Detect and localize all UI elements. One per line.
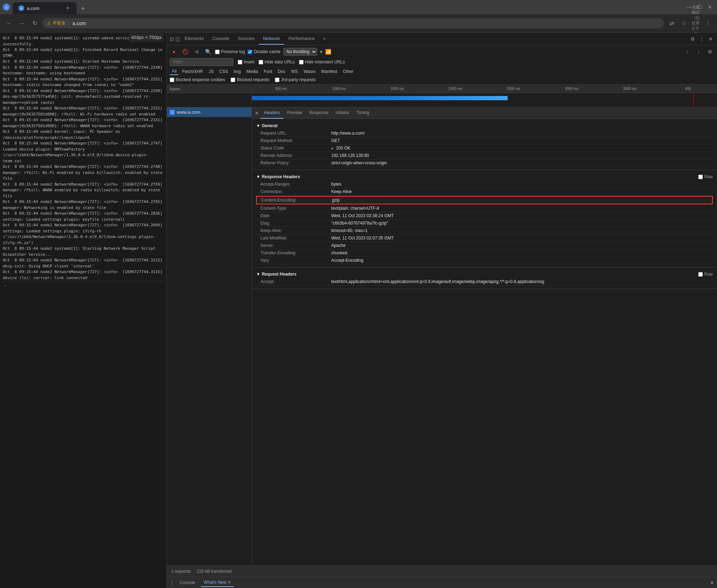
- hide-extension-urls-checkbox[interactable]: Hide extension URLs: [299, 60, 345, 64]
- details-tab-timing[interactable]: Timing: [353, 107, 373, 119]
- blocked-requests-checkbox[interactable]: Blocked requests: [231, 77, 269, 82]
- response-raw-checkbox[interactable]: Raw: [698, 174, 713, 179]
- address-text[interactable]: a.com: [73, 21, 660, 26]
- export-har-button[interactable]: ↓: [694, 47, 703, 56]
- preserve-log-checkbox[interactable]: Preserve log: [215, 49, 245, 54]
- invert-checkbox[interactable]: Invert: [238, 60, 254, 64]
- record-button[interactable]: ●: [170, 47, 178, 56]
- filter-css[interactable]: CSS: [217, 68, 230, 75]
- details-tab-headers[interactable]: Headers: [260, 107, 283, 119]
- tab-elements[interactable]: Elements: [180, 33, 208, 45]
- filter-ws[interactable]: WS: [289, 68, 300, 75]
- whats-new-tab[interactable]: What's New ✕: [201, 578, 234, 587]
- active-tab[interactable]: a a.com ✕: [13, 2, 77, 14]
- general-section-title[interactable]: ▼ General: [256, 122, 713, 130]
- filter-font[interactable]: Font: [261, 68, 274, 75]
- filter-wasm[interactable]: Wasm: [301, 68, 318, 75]
- new-tab-button[interactable]: +: [78, 3, 88, 14]
- request-headers-section-title[interactable]: ▼ Request Headers: [256, 270, 297, 278]
- request-type-icon: ◻: [170, 110, 175, 115]
- forward-button[interactable]: →: [17, 18, 27, 28]
- devtools-undock-button[interactable]: ✕: [710, 580, 714, 586]
- general-section: ▼ General Request URL: http://www.a.com/…: [252, 119, 717, 170]
- status-bar: 1 requests 215 kB transferred: [167, 565, 717, 577]
- filter-img[interactable]: Img: [232, 68, 243, 75]
- devtools-more-button[interactable]: ⋮: [698, 35, 706, 43]
- tab-performance[interactable]: Performance: [284, 33, 319, 45]
- filter-media[interactable]: Media: [244, 68, 260, 75]
- header-transfer-encoding: Transfer-Encoding: chunked: [256, 249, 713, 257]
- devtools-action-icons: ⚙ ⋮ ✕: [689, 35, 714, 43]
- filter-manifest[interactable]: Manifest: [319, 68, 339, 75]
- throttle-select[interactable]: No throttling: [283, 48, 317, 56]
- details-tab-response[interactable]: Response: [306, 107, 332, 119]
- tab-more[interactable]: »: [319, 33, 330, 45]
- details-tab-initiator[interactable]: Initiator: [332, 107, 353, 119]
- network-conditions-icon[interactable]: 📶: [325, 49, 331, 55]
- filter-input[interactable]: [170, 58, 233, 66]
- tick-1500: 1500 ms: [368, 87, 426, 91]
- tab-console[interactable]: Console: [208, 33, 233, 45]
- status-bar-left: 1 requests 215 kB transferred: [171, 569, 232, 574]
- tab-sources[interactable]: Sources: [233, 33, 259, 45]
- tick-3000: 3000 ms: [543, 87, 601, 91]
- timeline-ticks: 500 ms 1000 ms 1500 ms 2000 ms 2500 ms 3…: [252, 87, 717, 91]
- console-bar-menu[interactable]: ⋮: [170, 580, 174, 585]
- device-toolbar-icon[interactable]: ⊡: [170, 36, 174, 42]
- request-headers-section: ▼ Request Headers Raw Accept: te: [252, 267, 717, 289]
- header-referrer-policy: Referrer Policy: strict-origin-when-cros…: [256, 159, 713, 167]
- response-headers-section-title[interactable]: ▼ Response Headers: [256, 173, 300, 181]
- filter-js[interactable]: JS: [207, 68, 216, 75]
- more-button[interactable]: ⋮: [703, 18, 713, 28]
- network-settings-button[interactable]: ⚙: [706, 47, 714, 56]
- details-tab-preview[interactable]: Preview: [283, 107, 306, 119]
- devtools-panel: ⊡ ◫ Elements Console Sources Network Per…: [166, 33, 717, 588]
- general-triangle: ▼: [256, 123, 260, 128]
- filter-doc[interactable]: Doc: [276, 68, 287, 75]
- address-input-wrap[interactable]: ⚠ 不安全 │ a.com: [43, 18, 664, 28]
- request-item-www-a-com[interactable]: ◻ www.a.com: [167, 107, 252, 117]
- translate-button[interactable]: ⇄: [667, 18, 677, 28]
- response-headers-section-header: ▼ Response Headers Raw: [256, 173, 713, 181]
- element-picker-icon[interactable]: ◫: [175, 36, 180, 42]
- filter-other[interactable]: Other: [341, 68, 356, 75]
- throttle-dropdown-icon: ▾: [320, 49, 322, 55]
- timeline-graph-area: [252, 93, 717, 107]
- terminal-scroll-button[interactable]: ↓: [4, 283, 6, 288]
- header-content-type: Content-Type: text/plain; charset=UTF-8: [256, 205, 713, 212]
- filter-fetch-xhr[interactable]: Fetch/XHR: [180, 68, 205, 75]
- tab-network[interactable]: Network: [259, 33, 284, 45]
- back-button[interactable]: ←: [4, 18, 14, 28]
- blocked-cookies-checkbox[interactable]: Blocked response cookies: [170, 77, 225, 82]
- blocked-filters-row: Blocked response cookies Blocked request…: [170, 77, 714, 82]
- details-close-button[interactable]: ✕: [255, 110, 259, 116]
- devtools-settings-button[interactable]: ⚙: [689, 35, 696, 43]
- header-server: Server: Apache: [256, 242, 713, 249]
- profile-button[interactable]: 无痕模式（已打开 2 个窗口）: [691, 18, 701, 28]
- import-har-button[interactable]: ↑: [683, 47, 691, 56]
- browser-action-icons: ⇄ ☆ 无痕模式（已打开 2 个窗口） ⋮: [667, 18, 713, 28]
- header-status-code: Status Code: ● 200 OK: [256, 145, 713, 152]
- header-remote-address: Remote Address: 192.168.126.130:80: [256, 152, 713, 159]
- filter-all[interactable]: All: [170, 68, 179, 75]
- console-tab[interactable]: Console: [177, 579, 198, 587]
- tick-400: 400: [659, 87, 717, 91]
- hide-data-urls-checkbox[interactable]: Hide data URLs: [259, 60, 295, 64]
- clear-button[interactable]: 🚫: [181, 47, 190, 56]
- filter-toggle-button[interactable]: ⫷: [192, 47, 201, 56]
- reload-button[interactable]: ↻: [30, 18, 40, 28]
- third-party-checkbox[interactable]: 3rd-party requests: [275, 77, 315, 82]
- devtools-panel-icon: ⊡ ◫: [170, 35, 180, 43]
- requests-list: ◻ www.a.com: [167, 107, 252, 565]
- status-green-dot: ●: [331, 146, 333, 150]
- bookmark-button[interactable]: ☆: [679, 18, 689, 28]
- terminal-panel[interactable]: 403px × 750px Oct 8 09:15:44 node2 syste…: [0, 33, 166, 588]
- tab-close-button[interactable]: ✕: [64, 5, 71, 11]
- disable-cache-checkbox[interactable]: Disable cache: [248, 49, 280, 54]
- request-raw-checkbox[interactable]: Raw: [698, 272, 713, 277]
- window-close-button[interactable]: ✕: [706, 3, 714, 11]
- whats-new-close-button[interactable]: ✕: [227, 580, 231, 585]
- request-triangle: ▼: [256, 272, 260, 277]
- devtools-close-button[interactable]: ✕: [707, 35, 714, 43]
- search-button[interactable]: 🔍: [204, 47, 212, 56]
